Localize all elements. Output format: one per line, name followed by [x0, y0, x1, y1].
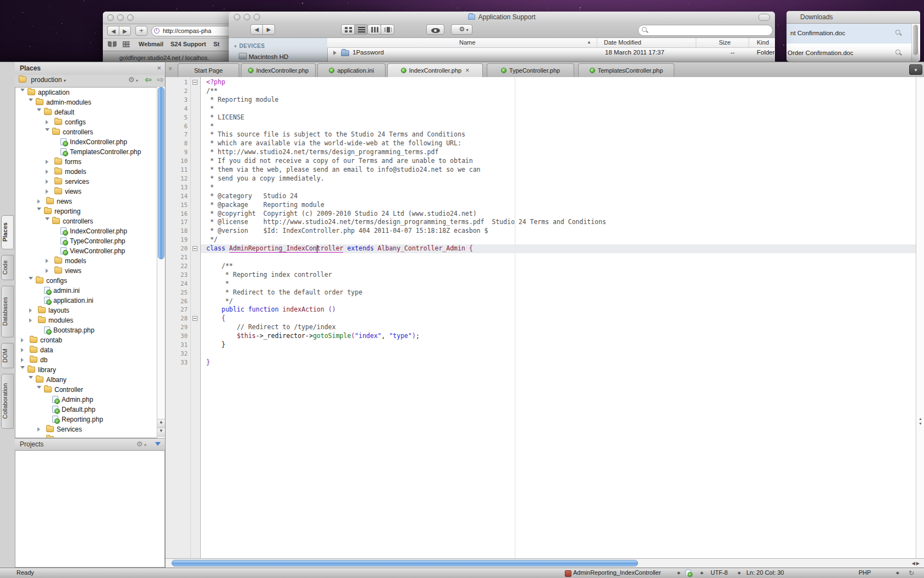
disclosure-closed-icon[interactable]: [46, 269, 51, 273]
search-icon[interactable]: [895, 50, 902, 56]
scrollbar-thumb[interactable]: [913, 25, 918, 55]
projects-panel-body[interactable]: [15, 450, 165, 568]
new-tab-button[interactable]: +: [135, 26, 147, 36]
close-icon[interactable]: ×: [157, 64, 161, 72]
column-header-kind[interactable]: Kind: [757, 39, 769, 46]
tree-row[interactable]: controllers: [15, 216, 164, 226]
toolbar-toggle-pill[interactable]: [758, 14, 770, 21]
projects-gear-button[interactable]: ⚙ ▾: [136, 440, 146, 448]
code-line[interactable]: * @license http://www.studio24.net/terms…: [201, 218, 916, 227]
code-line[interactable]: * them via the web, please send an email…: [201, 166, 916, 175]
side-tab-places[interactable]: Places: [1, 215, 14, 249]
side-tab-dom[interactable]: DOM: [1, 343, 14, 368]
tree-row[interactable]: configs: [15, 276, 164, 286]
code-line[interactable]: }: [201, 341, 916, 350]
root-selector[interactable]: production ▾: [19, 76, 66, 84]
code-line[interactable]: *: [201, 122, 916, 131]
devices-header[interactable]: ▼ DEVICES: [233, 43, 265, 49]
scroll-arrows-icon[interactable]: ◀▶: [912, 561, 921, 566]
tree-row[interactable]: Bootstrap.php: [15, 325, 164, 335]
tree-row[interactable]: library: [15, 365, 164, 375]
disclosure-closed-icon[interactable]: [46, 179, 51, 184]
editor-gutter[interactable]: 1234567891011121314151617181920212223242…: [166, 77, 201, 558]
side-tab-code[interactable]: Code: [1, 255, 14, 280]
bookmark-item[interactable]: S24 Support: [170, 41, 206, 47]
places-gear-button[interactable]: ⚙ ▾: [128, 75, 138, 84]
tree-row[interactable]: TemplatesController.php: [15, 147, 164, 157]
tree-row[interactable]: Reporting.php: [15, 415, 164, 424]
bookmark-item[interactable]: St: [213, 41, 219, 47]
code-line[interactable]: <?php: [201, 78, 916, 87]
stepper-icon[interactable]: [676, 570, 681, 576]
disclosure-closed-icon[interactable]: [37, 199, 42, 204]
editor-tab-indexcontroller-php[interactable]: IndexController.php: [241, 63, 316, 77]
disclosure-open-icon[interactable]: [45, 128, 50, 133]
editor-tab-indexcontroller-php[interactable]: IndexController.php×: [387, 63, 483, 77]
download-item[interactable]: Order Confirmation.doc: [787, 43, 911, 62]
fold-toggle-icon[interactable]: [193, 80, 197, 85]
editor-tab-typecontroller-php[interactable]: TypeController.php: [487, 63, 574, 77]
tree-row[interactable]: news: [15, 197, 164, 206]
finder-back-button[interactable]: ◀: [250, 24, 263, 35]
code-line[interactable]: [201, 350, 916, 358]
places-forward-button[interactable]: ⇨: [157, 75, 164, 85]
tree-row[interactable]: crontab: [15, 335, 164, 345]
action-button[interactable]: ⚙ ▾: [451, 24, 472, 35]
code-line[interactable]: [201, 253, 916, 262]
quicklook-button[interactable]: [426, 24, 444, 35]
tree-row[interactable]: services: [15, 177, 164, 187]
browser-forward-button[interactable]: ▶: [119, 26, 131, 36]
disclosure-triangle-icon[interactable]: [333, 51, 337, 55]
code-line[interactable]: *: [201, 183, 916, 192]
fold-toggle-icon[interactable]: [193, 316, 197, 321]
tree-row[interactable]: Controller: [15, 385, 164, 395]
search-icon[interactable]: [895, 30, 902, 36]
tree-row[interactable]: models: [15, 256, 164, 266]
disclosure-closed-icon[interactable]: [46, 160, 51, 164]
downloads-scrollbar[interactable]: [911, 24, 919, 61]
scroll-up-icon[interactable]: ▲: [157, 419, 165, 428]
minimize-button[interactable]: [117, 14, 124, 21]
projects-filter-icon[interactable]: [155, 442, 161, 449]
disclosure-open-icon[interactable]: [37, 386, 41, 391]
view-list-button[interactable]: [354, 24, 368, 35]
places-back-button[interactable]: ⇦: [145, 75, 152, 85]
side-tab-collaboration[interactable]: Collaboration: [1, 374, 14, 429]
fold-toggle-icon[interactable]: [193, 246, 197, 251]
disclosure-closed-icon[interactable]: [46, 189, 51, 194]
editor-vscrollbar[interactable]: ▲▼: [916, 77, 924, 558]
tree-row[interactable]: data: [15, 345, 164, 355]
code-line[interactable]: /**: [201, 262, 916, 271]
code-line[interactable]: * This source file is subject to the Stu…: [201, 130, 916, 139]
column-header-name[interactable]: Name: [459, 39, 475, 46]
code-line[interactable]: * send you a copy immediately.: [201, 175, 916, 183]
code-line[interactable]: * which are available via the world-wide…: [201, 139, 916, 148]
tabbar-close-icon[interactable]: ×: [168, 65, 172, 73]
tree-row[interactable]: admin.ini: [15, 286, 164, 296]
tree-row[interactable]: Admin.php: [15, 395, 164, 405]
tree-row[interactable]: Albany: [15, 375, 164, 385]
side-tab-databases[interactable]: Databases: [1, 286, 14, 337]
scroll-arrows-icon[interactable]: ▲▼: [917, 416, 924, 426]
disclosure-closed-icon[interactable]: [21, 348, 26, 352]
tree-row[interactable]: Default.php: [15, 405, 164, 415]
tree-row[interactable]: modules: [15, 315, 164, 325]
disclosure-closed-icon[interactable]: [46, 170, 51, 174]
tree-row[interactable]: application: [15, 88, 164, 97]
disclosure-open-icon[interactable]: [29, 277, 33, 282]
scroll-down-icon[interactable]: ▼: [157, 428, 165, 437]
bookmarks-book-icon[interactable]: [108, 41, 117, 47]
status-encoding[interactable]: UTF-8: [711, 569, 728, 576]
disclosure-closed-icon[interactable]: [29, 308, 34, 313]
column-header-size[interactable]: Size: [719, 39, 730, 46]
code-line[interactable]: class AdminReporting_IndexController ext…: [201, 244, 916, 253]
status-language[interactable]: PHP: [859, 569, 871, 576]
code-line[interactable]: */: [201, 236, 916, 244]
tree-row[interactable]: layouts: [15, 306, 164, 315]
disclosure-open-icon[interactable]: [37, 108, 41, 113]
tree-row[interactable]: forms: [15, 157, 164, 167]
code-line[interactable]: /**: [201, 87, 916, 96]
code-line[interactable]: */: [201, 297, 916, 306]
disclosure-open-icon[interactable]: [29, 99, 33, 103]
tree-row[interactable]: IndexController.php: [15, 137, 164, 147]
